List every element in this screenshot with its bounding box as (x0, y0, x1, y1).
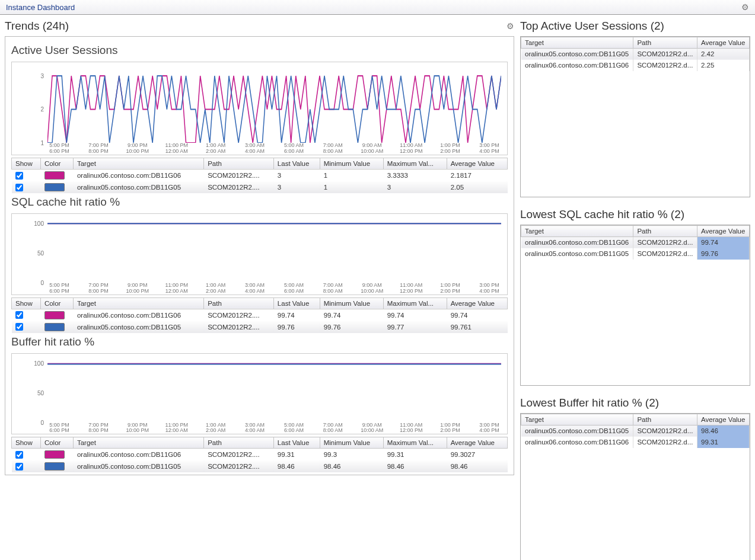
col-header[interactable]: Maximum Val... (383, 297, 447, 309)
col-header[interactable]: Average Value (447, 437, 507, 449)
color-swatch (44, 171, 65, 180)
x-tick: 11:00 AM12:00 PM (399, 283, 423, 295)
color-swatch (44, 462, 65, 471)
x-tick: 5:00 AM6:00 AM (282, 423, 305, 434)
x-tick: 1:00 AM2:00 AM (204, 143, 228, 155)
legend-row[interactable]: oralinux06.contoso.com:DB11G06SCOM2012R2… (12, 309, 508, 321)
legend-table: ShowColorTargetPathLast ValueMinimum Val… (11, 158, 508, 193)
min-cell: 99.76 (320, 321, 383, 333)
col-header[interactable]: Minimum Value (320, 437, 383, 449)
chart-title: Buffer hit ratio % (11, 335, 508, 348)
header: Instance Dashboard ⚙ (0, 0, 755, 15)
max-cell: 99.77 (383, 321, 447, 333)
min-cell: 99.3 (320, 449, 383, 461)
col-header[interactable]: Show (12, 437, 41, 449)
show-checkbox[interactable] (15, 172, 23, 180)
col-header[interactable]: Average Value (447, 297, 507, 309)
legend-row[interactable]: oralinux05.contoso.com:DB11G05SCOM2012R2… (12, 460, 508, 472)
col-header[interactable]: Path (204, 297, 274, 309)
col-header[interactable]: Maximum Val... (383, 158, 447, 169)
col-header[interactable]: Average Value (447, 158, 507, 169)
x-tick: 7:00 PM8:00 PM (87, 423, 110, 434)
x-tick: 9:00 AM10:00 AM (360, 143, 384, 155)
y-tick: 50 (37, 389, 44, 396)
grid-row[interactable]: oralinux05.contoso.com:DB11G05SCOM2012R2… (521, 425, 750, 437)
target-cell: oralinux06.contoso.com:DB11G06 (521, 437, 633, 448)
chart: 0501005:00 PM6:00 PM7:00 PM8:00 PM9:00 P… (11, 353, 508, 435)
value-cell: 2.42 (697, 49, 750, 60)
show-checkbox[interactable] (15, 184, 23, 191)
legend-row[interactable]: oralinux06.contoso.com:DB11G06SCOM2012R2… (12, 169, 508, 181)
y-tick: 50 (37, 249, 44, 256)
avg-cell: 99.761 (447, 321, 507, 333)
col-header[interactable]: Color (40, 437, 73, 449)
col-header[interactable]: Show (12, 297, 41, 309)
target-cell: oralinux06.contoso.com:DB11G06 (521, 60, 633, 71)
x-tick: 11:00 AM12:00 PM (399, 143, 423, 155)
col-header[interactable]: Target (73, 158, 203, 169)
y-tick: 2 (40, 106, 44, 113)
value-cell: 99.76 (697, 248, 750, 260)
grid-row[interactable]: oralinux06.contoso.com:DB11G06SCOM2012R2… (521, 60, 750, 71)
col-header[interactable]: Maximum Val... (383, 437, 447, 449)
data-grid: TargetPathAverage Valueoralinux06.contos… (521, 225, 750, 260)
avg-cell: 99.3027 (447, 449, 507, 461)
chart: 0501005:00 PM6:00 PM7:00 PM8:00 PM9:00 P… (11, 213, 508, 295)
x-tick: 7:00 PM8:00 PM (87, 143, 110, 155)
gear-icon[interactable]: ⚙ (506, 21, 514, 31)
x-tick: 5:00 PM6:00 PM (47, 423, 71, 434)
show-checkbox[interactable] (15, 323, 23, 331)
last-cell: 99.76 (273, 321, 320, 333)
last-cell: 3 (273, 169, 320, 181)
legend-row[interactable]: oralinux06.contoso.com:DB11G06SCOM2012R2… (12, 449, 508, 461)
grid-row[interactable]: oralinux05.contoso.com:DB11G05SCOM2012R2… (521, 49, 750, 60)
max-cell: 98.46 (383, 460, 447, 472)
path-cell: SCOM2012R2.d... (633, 425, 697, 437)
show-checkbox[interactable] (15, 311, 23, 319)
col-header[interactable]: Path (204, 437, 274, 449)
legend-row[interactable]: oralinux05.contoso.com:DB11G05SCOM2012R2… (12, 181, 508, 193)
col-header[interactable]: Target (73, 437, 203, 449)
col-header[interactable]: Minimum Value (320, 297, 383, 309)
col-header[interactable]: Average Value (697, 226, 750, 237)
grid-row[interactable]: oralinux06.contoso.com:DB11G06SCOM2012R2… (521, 437, 750, 448)
col-header[interactable]: Target (521, 414, 633, 425)
col-header[interactable]: Target (73, 297, 203, 309)
x-tick: 3:00 PM4:00 PM (477, 423, 501, 434)
min-cell: 1 (320, 169, 383, 181)
gear-icon[interactable]: ⚙ (741, 2, 749, 12)
col-header[interactable]: Path (633, 226, 697, 237)
target-cell: oralinux05.contoso.com:DB11G05 (73, 181, 203, 193)
col-header[interactable]: Target (521, 37, 633, 49)
data-grid: TargetPathAverage Valueoralinux05.contos… (521, 37, 750, 71)
grid-row[interactable]: oralinux05.contoso.com:DB11G05SCOM2012R2… (521, 248, 750, 260)
path-cell: SCOM2012R2.d... (633, 237, 697, 248)
x-tick: 11:00 PM12:00 AM (165, 143, 189, 155)
y-tick: 100 (34, 360, 44, 366)
col-header[interactable]: Path (204, 158, 274, 169)
col-header[interactable]: Average Value (697, 414, 750, 425)
col-header[interactable]: Color (40, 297, 73, 309)
target-cell: oralinux06.contoso.com:DB11G06 (73, 309, 203, 321)
col-header[interactable]: Last Value (273, 297, 320, 309)
x-tick: 11:00 PM12:00 AM (165, 423, 189, 434)
col-header[interactable]: Path (633, 37, 697, 49)
min-cell: 1 (320, 181, 383, 193)
x-tick: 5:00 PM6:00 PM (47, 283, 71, 295)
col-header[interactable]: Path (633, 414, 697, 425)
col-header[interactable]: Last Value (273, 437, 320, 449)
col-header[interactable]: Average Value (697, 37, 750, 49)
col-header[interactable]: Last Value (273, 158, 320, 169)
last-cell: 3 (273, 181, 320, 193)
legend-row[interactable]: oralinux05.contoso.com:DB11G05SCOM2012R2… (12, 321, 508, 333)
x-tick: 9:00 PM10:00 PM (126, 283, 149, 295)
col-header[interactable]: Target (521, 226, 633, 237)
col-header[interactable]: Color (40, 158, 73, 169)
show-checkbox[interactable] (15, 451, 23, 459)
x-tick: 3:00 PM4:00 PM (477, 283, 501, 295)
col-header[interactable]: Minimum Value (320, 158, 383, 169)
col-header[interactable]: Show (12, 158, 41, 169)
path-cell: SCOM2012R2.... (204, 309, 274, 321)
show-checkbox[interactable] (15, 463, 23, 471)
grid-row[interactable]: oralinux06.contoso.com:DB11G06SCOM2012R2… (521, 237, 750, 248)
